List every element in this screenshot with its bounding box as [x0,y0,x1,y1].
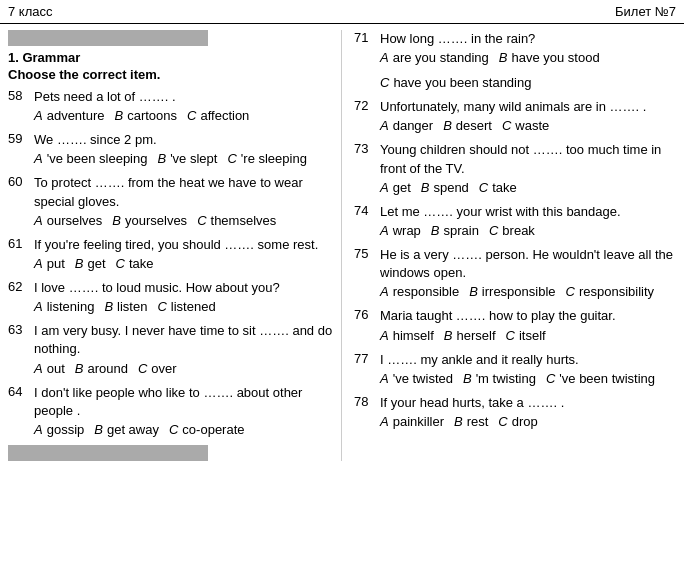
option-letter: B [112,213,121,228]
options-list: AoutBaroundCover [8,361,333,376]
question-block: 58Pets need a lot of ……. .AadventureBcar… [8,88,333,123]
question-block: 78If your head hurts, take a ……. .Apaink… [354,394,676,429]
option-item: C've been twisting [546,371,655,386]
option-text: co-operate [182,422,244,437]
option-item: Aresponsible [380,284,459,299]
option-text: get away [107,422,159,437]
option-letter: A [34,213,43,228]
option-letter: C [502,118,511,133]
option-item: Apainkiller [380,414,444,429]
question-block: 77I ……. my ankle and it really hurts.A'v… [354,351,676,386]
option-item: Ahimself [380,328,434,343]
option-letter: C [157,299,166,314]
option-text: put [47,256,65,271]
option-item: Bdesert [443,118,492,133]
class-label: 7 класс [8,4,53,19]
option-item: Aare you standing [380,50,489,65]
question-line: 73Young children should not ……. too much… [354,141,676,177]
option-item: Bsprain [431,223,479,238]
option-item: Alistening [34,299,94,314]
ticket-label: Билет №7 [615,4,676,19]
option-text: herself [457,328,496,343]
option-text: listening [47,299,95,314]
option-text: danger [393,118,433,133]
left-column: 1. Grammar Choose the correct item. 58Pe… [8,30,342,461]
question-number: 61 [8,236,30,254]
option-item: Brest [454,414,488,429]
option-text: listened [171,299,216,314]
option-text: desert [456,118,492,133]
option-item: Cco-operate [169,422,245,437]
question-text: I don't like people who like to ……. abou… [34,384,333,420]
option-text: sprain [444,223,479,238]
option-item: Bget away [94,422,159,437]
option-letter: A [34,299,43,314]
question-number: 63 [8,322,30,358]
question-text: We ……. since 2 pm. [34,131,333,149]
option-text: around [87,361,127,376]
options-list: AgetBspendCtake [354,180,676,195]
option-letter: B [75,361,84,376]
option-item: Bcartoons [115,108,178,123]
options-list: A've twistedB'm twistingC've been twisti… [354,371,676,386]
option-item: A've been sleeping [34,151,147,166]
option-letter: C [169,422,178,437]
right-column: 71How long ……. in the rain?Aare you stan… [342,30,676,461]
option-text: 've been sleeping [47,151,148,166]
option-text: gossip [47,422,85,437]
option-text: waste [515,118,549,133]
option-letter: A [380,50,389,65]
option-item: Cover [138,361,177,376]
option-item: Agossip [34,422,84,437]
option-letter: C [197,213,206,228]
option-letter: C [116,256,125,271]
left-questions-list: 58Pets need a lot of ……. .AadventureBcar… [8,88,333,437]
option-letter: A [380,223,389,238]
option-text: irresponsible [482,284,556,299]
option-text: rest [467,414,489,429]
question-line: 76Maria taught ……. how to play the guita… [354,307,676,325]
question-block: 63I am very busy. I never have time to s… [8,322,333,375]
option-letter: B [94,422,103,437]
option-text: get [393,180,411,195]
option-item: Cthemselves [197,213,276,228]
option-letter: C [489,223,498,238]
option-text: itself [519,328,546,343]
option-text: have you stood [511,50,599,65]
option-text: himself [393,328,434,343]
question-text: If your head hurts, take a ……. . [380,394,676,412]
option-text: wrap [393,223,421,238]
right-questions-list: 71How long ……. in the rain?Aare you stan… [354,30,676,429]
option-text: get [87,256,105,271]
question-number: 76 [354,307,376,325]
section-title: 1. Grammar [8,50,333,65]
question-block: 64I don't like people who like to ……. ab… [8,384,333,437]
question-number: 78 [354,394,376,412]
options-list: AdangerBdesertCwaste [354,118,676,133]
option-item: Ctake [116,256,154,271]
option-text: themselves [211,213,277,228]
option-letter: B [421,180,430,195]
option-text: drop [512,414,538,429]
question-line: 59We ……. since 2 pm. [8,131,333,149]
option-item: Bspend [421,180,469,195]
option-item: Cresponsibility [566,284,655,299]
option-text: listen [117,299,147,314]
option-letter: A [34,108,43,123]
option-item: Cdrop [498,414,537,429]
option-item: Aget [380,180,411,195]
option-text: 've twisted [393,371,453,386]
option-item: Clistened [157,299,215,314]
option-letter: B [104,299,113,314]
question-number: 60 [8,174,30,210]
option-item: Awrap [380,223,421,238]
question-line: 64I don't like people who like to ……. ab… [8,384,333,420]
question-number: 77 [354,351,376,369]
option-item: Cwaste [502,118,549,133]
question-text: I am very busy. I never have time to sit… [34,322,333,358]
option-text: 've slept [170,151,217,166]
option-text: cartoons [127,108,177,123]
option-item: C're sleeping [227,151,306,166]
option-item: Caffection [187,108,249,123]
options-list: ApainkillerBrestCdrop [354,414,676,429]
